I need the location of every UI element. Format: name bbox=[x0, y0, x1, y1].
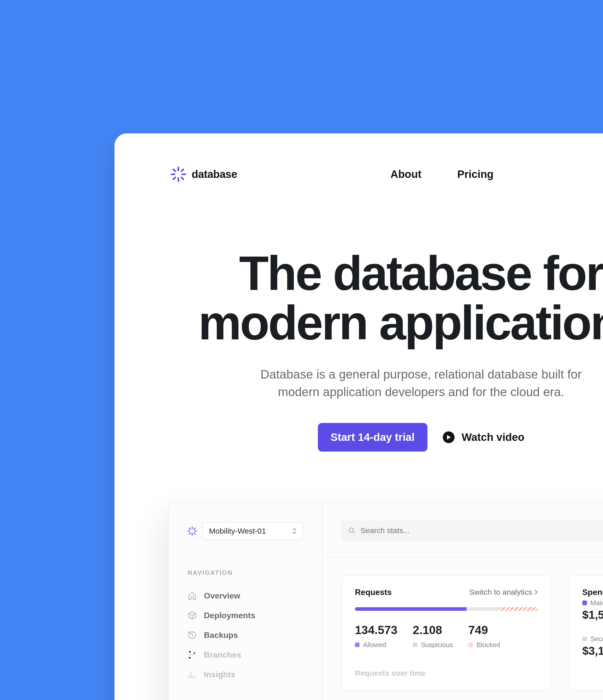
svg-line-15 bbox=[189, 533, 190, 534]
site-header: database About Pricing bbox=[115, 133, 603, 182]
search-input[interactable]: / bbox=[342, 521, 603, 541]
hero: The database for modern applications Dat… bbox=[115, 182, 603, 452]
start-trial-button[interactable]: Start 14-day trial bbox=[318, 423, 427, 452]
svg-line-7 bbox=[174, 177, 176, 179]
bar-segment-blocked bbox=[500, 607, 538, 611]
switch-analytics-label: Switch to analytics bbox=[469, 588, 532, 597]
chevron-updown-icon bbox=[292, 528, 297, 534]
swatch-suspicious-icon bbox=[413, 643, 417, 647]
hero-headline-l2: modern applications bbox=[198, 295, 603, 350]
requests-bar bbox=[355, 607, 538, 611]
sidebar-item-label: Backups bbox=[204, 630, 238, 640]
home-icon bbox=[187, 591, 197, 600]
hero-sub-l1: Database is a general purpose, relationa… bbox=[260, 368, 582, 381]
swatch-blocked-icon bbox=[468, 643, 473, 647]
search-icon bbox=[348, 527, 355, 534]
sidebar-item-label: Insights bbox=[204, 670, 235, 679]
spend-row-secondary: Secondary $3,127.50 bbox=[582, 635, 603, 657]
metric-label: Blocked bbox=[477, 641, 500, 649]
svg-line-20 bbox=[353, 531, 355, 533]
metric-label: Suspicious bbox=[421, 641, 453, 649]
sidebar-nav: Overview Deployments Backups Branches bbox=[187, 587, 303, 683]
spendings-title: Spendings bbox=[582, 588, 603, 597]
sidebar-item-branches[interactable]: Branches bbox=[187, 646, 303, 664]
main: / Requests Switch to analytics bbox=[323, 503, 603, 700]
metric-blocked: 749 Blocked bbox=[468, 623, 500, 649]
requests-card: Requests Switch to analytics 134.57 bbox=[342, 575, 551, 691]
sidebar-item-label: Deployments bbox=[204, 611, 255, 620]
sidebar: Mobility-West-01 NAVIGATION Overview Dep… bbox=[169, 503, 323, 700]
spend-row-amount: $3,127.50 bbox=[582, 645, 603, 657]
play-icon bbox=[443, 431, 455, 443]
svg-line-12 bbox=[189, 528, 190, 529]
svg-line-5 bbox=[181, 177, 183, 179]
switch-analytics-link[interactable]: Switch to analytics bbox=[469, 588, 538, 597]
brand-name: database bbox=[192, 168, 237, 180]
sidebar-item-deployments[interactable]: Deployments bbox=[187, 607, 303, 624]
logo-icon bbox=[171, 167, 186, 182]
sidebar-item-insights[interactable]: Insights bbox=[187, 666, 303, 683]
sidebar-item-label: Branches bbox=[204, 650, 241, 659]
bar-segment-suspicious bbox=[467, 607, 500, 611]
app-mock: Mobility-West-01 NAVIGATION Overview Dep… bbox=[168, 503, 603, 700]
spend-row-main: Main $1,563.22 bbox=[582, 599, 603, 621]
svg-point-16 bbox=[189, 651, 191, 652]
swatch-allowed-icon bbox=[355, 643, 359, 647]
svg-line-14 bbox=[194, 528, 195, 529]
project-selector-label: Mobility-West-01 bbox=[209, 527, 266, 535]
branch-icon bbox=[187, 650, 197, 659]
metric-suspicious: 2.108 Suspicious bbox=[413, 623, 453, 649]
hero-subcopy: Database is a general purpose, relationa… bbox=[115, 366, 603, 401]
insights-icon bbox=[187, 670, 197, 679]
spendings-card: Spendings Main $1,563.22 Secondary $3,12… bbox=[569, 575, 603, 691]
bar-segment-allowed bbox=[355, 607, 467, 611]
cube-icon bbox=[187, 611, 197, 620]
logo-icon bbox=[187, 526, 197, 536]
spend-row-label: Main bbox=[591, 599, 603, 607]
metric-value: 134.573 bbox=[355, 623, 397, 637]
hero-sub-l2: modern application developers and for th… bbox=[278, 385, 564, 399]
metric-value: 749 bbox=[468, 623, 500, 637]
swatch-main-icon bbox=[582, 601, 587, 605]
brand: database bbox=[171, 167, 237, 182]
metric-label: Allowed bbox=[363, 641, 386, 649]
sidebar-section-title: NAVIGATION bbox=[187, 569, 303, 576]
metric-allowed: 134.573 Allowed bbox=[355, 623, 397, 649]
hero-headline-l1: The database for bbox=[239, 246, 603, 300]
metric-value: 2.108 bbox=[413, 623, 453, 637]
site-nav: About Pricing bbox=[391, 168, 494, 180]
history-icon bbox=[187, 630, 197, 640]
spend-row-amount: $1,563.22 bbox=[582, 608, 603, 621]
sidebar-item-label: Overview bbox=[204, 591, 240, 601]
search-field[interactable] bbox=[360, 526, 603, 535]
project-selector[interactable]: Mobility-West-01 bbox=[202, 522, 303, 540]
sidebar-item-overview[interactable]: Overview bbox=[187, 587, 303, 605]
chevron-right-icon bbox=[534, 589, 538, 595]
requests-title: Requests bbox=[355, 588, 392, 597]
requests-over-time-heading: Requests over time bbox=[355, 669, 538, 677]
sidebar-item-backups[interactable]: Backups bbox=[187, 626, 303, 644]
hero-ctas: Start 14-day trial Watch video bbox=[115, 423, 603, 452]
svg-line-13 bbox=[194, 533, 195, 534]
svg-point-17 bbox=[189, 657, 191, 658]
watch-video-label: Watch video bbox=[462, 431, 525, 443]
svg-line-6 bbox=[181, 170, 183, 172]
nav-pricing[interactable]: Pricing bbox=[457, 168, 494, 180]
watch-video-button[interactable]: Watch video bbox=[443, 431, 525, 443]
hero-headline: The database for modern applications bbox=[115, 248, 603, 348]
nav-about[interactable]: About bbox=[391, 168, 421, 180]
swatch-secondary-icon bbox=[582, 636, 587, 641]
spend-row-label: Secondary bbox=[591, 635, 603, 643]
svg-line-4 bbox=[174, 170, 176, 172]
